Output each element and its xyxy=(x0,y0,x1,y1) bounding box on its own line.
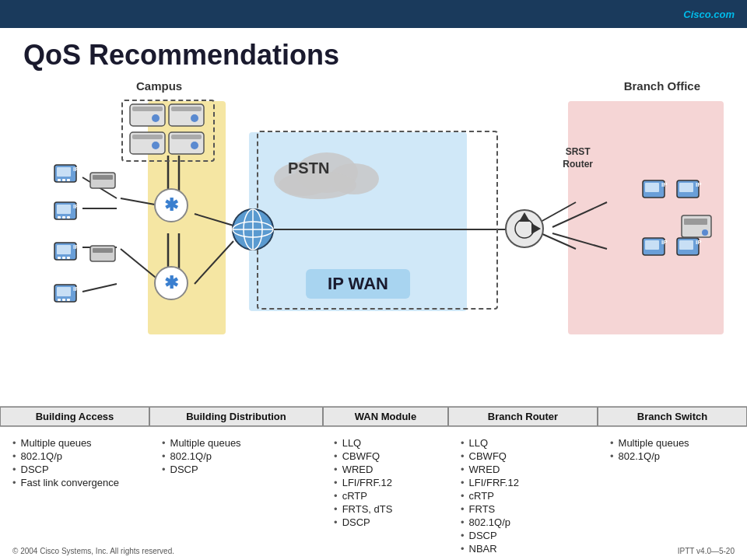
list-item: CBWFQ xyxy=(461,450,585,463)
list-item: WRED xyxy=(461,463,585,476)
campus-label: Campus xyxy=(136,79,182,93)
diagram-area: Campus Branch Office IP WAN PSTN SRST Ro… xyxy=(0,78,747,404)
col-branch-router: LLQ CBWFQ WRED LFI/FRF.12 cRTP FRTS 802.… xyxy=(448,433,598,558)
svg-rect-52 xyxy=(57,287,71,296)
phone-4: IP xyxy=(53,282,81,310)
svg-rect-38 xyxy=(67,179,70,181)
branch-phone-1: IP xyxy=(641,177,669,205)
phone-3: IP xyxy=(53,240,81,268)
list-item: 802.1Q/p xyxy=(461,516,585,529)
svg-rect-34 xyxy=(57,167,71,177)
svg-text:IP: IP xyxy=(73,166,79,173)
bottom-content: Multiple queues 802.1Q/p DSCP Fast link … xyxy=(0,427,747,558)
list-item: LLQ xyxy=(461,436,585,450)
list-item: 802.1Q/p xyxy=(12,450,137,463)
brand-name: Cisco xyxy=(683,9,710,20)
version: IPTT v4.0—5-20 xyxy=(678,547,735,555)
svg-text:IP: IP xyxy=(661,181,668,188)
access-switch-1 xyxy=(89,170,117,198)
svg-rect-55 xyxy=(62,299,65,301)
list-item: WRED xyxy=(334,463,436,476)
svg-point-32 xyxy=(191,142,198,149)
list-item: LFI/FRF.12 xyxy=(334,476,436,489)
phone-2: IP xyxy=(53,199,81,227)
pstn-label: PSTN xyxy=(288,159,329,177)
building-access-list: Multiple queues 802.1Q/p DSCP Fast link … xyxy=(12,436,137,489)
svg-rect-44 xyxy=(67,216,70,219)
svg-rect-36 xyxy=(58,179,61,181)
labels-row: Building Access Building Distribution WA… xyxy=(0,406,747,427)
col-building-distribution: Multiple queues 802.1Q/p DSCP xyxy=(149,433,321,558)
svg-rect-46 xyxy=(57,245,71,254)
svg-point-26 xyxy=(191,114,198,122)
label-branch-switch: Branch Switch xyxy=(598,407,747,426)
svg-rect-49 xyxy=(62,257,65,259)
building-distribution-list: Multiple queues 802.1Q/p DSCP xyxy=(162,436,309,476)
svg-text:IP: IP xyxy=(73,243,79,250)
list-item: cRTP xyxy=(461,489,585,502)
svg-rect-43 xyxy=(62,216,65,219)
svg-rect-78 xyxy=(645,240,659,250)
list-item: Fast link convergence xyxy=(12,476,137,489)
wan-router xyxy=(230,206,276,256)
core-switches xyxy=(126,103,209,159)
svg-rect-60 xyxy=(93,248,113,253)
branch-phone-2: IP xyxy=(675,177,703,205)
svg-rect-28 xyxy=(132,135,163,139)
svg-rect-56 xyxy=(67,299,70,301)
branch-phone-3: IP xyxy=(641,235,669,263)
branch-office-label: Branch Office xyxy=(624,79,700,93)
label-wan-module: WAN Module xyxy=(323,407,448,426)
col-wan-module: LLQ CBWFQ WRED LFI/FRF.12 cRTP FRTS, dTS… xyxy=(321,433,448,558)
svg-rect-37 xyxy=(62,179,65,181)
branch-router-device xyxy=(502,206,547,254)
svg-point-29 xyxy=(152,142,160,149)
access-switch-2 xyxy=(89,243,117,271)
branch-router-list: LLQ CBWFQ WRED LFI/FRF.12 cRTP FRTS 802.… xyxy=(461,436,585,555)
svg-rect-72 xyxy=(645,183,659,192)
list-item: FRTS, dTS xyxy=(334,502,436,516)
svg-rect-31 xyxy=(171,135,202,139)
svg-rect-40 xyxy=(57,205,71,214)
list-item: DSCP xyxy=(162,463,309,476)
list-item: cRTP xyxy=(334,489,436,502)
label-building-distribution: Building Distribution xyxy=(149,407,323,426)
list-item: DSCP xyxy=(461,529,585,542)
label-building-access: Building Access xyxy=(0,407,149,426)
col-branch-switch: Multiple queues 802.1Q/p xyxy=(598,433,747,558)
list-item: 802.1Q/p xyxy=(162,450,309,463)
phone-1: IP xyxy=(53,162,81,190)
branch-switch xyxy=(680,214,713,245)
svg-rect-84 xyxy=(684,219,707,225)
page-title: QoS Recommendations xyxy=(0,28,747,78)
list-item: CBWFQ xyxy=(334,450,436,463)
list-item: FRTS xyxy=(461,502,585,516)
srst-router-label: SRST Router xyxy=(563,146,593,170)
list-item: LLQ xyxy=(334,436,436,450)
list-item: 802.1Q/p xyxy=(610,450,735,463)
svg-rect-22 xyxy=(132,107,163,111)
svg-point-23 xyxy=(152,114,160,122)
svg-rect-58 xyxy=(93,175,113,180)
svg-rect-48 xyxy=(58,257,61,259)
svg-text:IP: IP xyxy=(661,239,668,246)
list-item: DSCP xyxy=(12,463,137,476)
list-item: Multiple queues xyxy=(162,436,309,450)
svg-rect-54 xyxy=(58,299,61,301)
svg-rect-75 xyxy=(679,183,693,192)
footer: © 2004 Cisco Systems, Inc. All rights re… xyxy=(0,545,747,557)
list-item: Multiple queues xyxy=(12,436,137,450)
svg-text:IP: IP xyxy=(73,203,79,210)
svg-rect-50 xyxy=(67,257,70,259)
svg-line-7 xyxy=(82,284,117,292)
svg-point-85 xyxy=(702,229,708,236)
top-bar: Cisco.com xyxy=(0,0,747,28)
svg-text:IP: IP xyxy=(73,285,79,292)
wan-module-list: LLQ CBWFQ WRED LFI/FRF.12 cRTP FRTS, dTS… xyxy=(334,436,436,529)
copyright: © 2004 Cisco Systems, Inc. All rights re… xyxy=(12,547,174,555)
svg-rect-25 xyxy=(171,107,202,111)
list-item: Multiple queues xyxy=(610,436,735,450)
dist-switch-2: ✱ xyxy=(154,266,188,300)
branch-switch-list: Multiple queues 802.1Q/p xyxy=(610,436,735,463)
dist-switch-1: ✱ xyxy=(154,188,188,222)
